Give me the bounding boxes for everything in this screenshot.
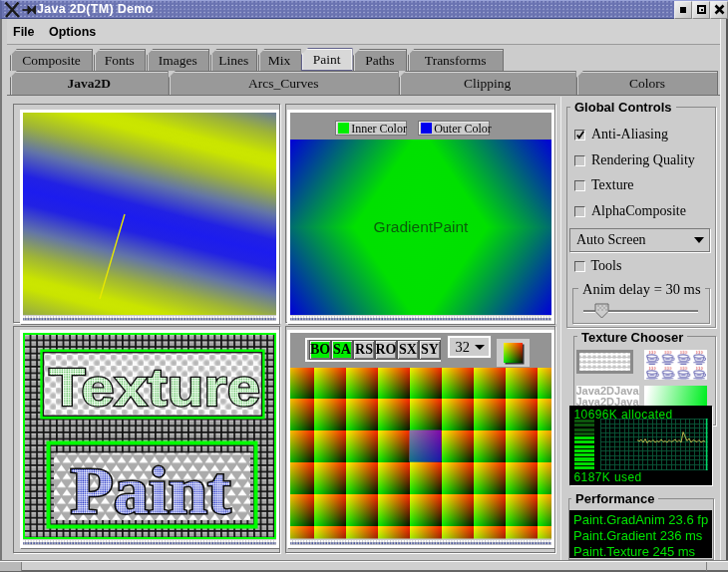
svg-text:GradientPaint: GradientPaint (373, 218, 468, 235)
svg-text:Texture: Texture (49, 357, 260, 416)
svg-text:Paint: Paint (71, 452, 232, 526)
